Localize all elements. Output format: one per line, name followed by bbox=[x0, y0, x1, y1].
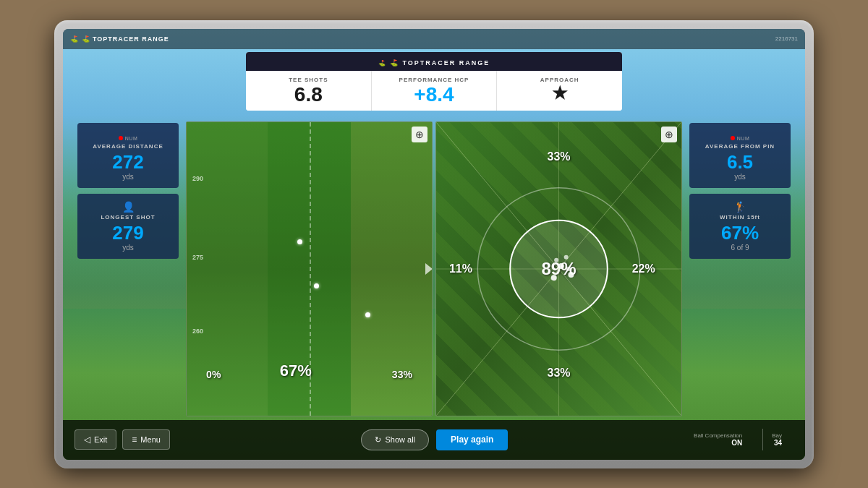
yardage-260: 260 bbox=[192, 328, 203, 335]
menu-button[interactable]: ≡ Menu bbox=[122, 429, 170, 450]
header-stat-tee-shots: TEE SHOTS 6.8 bbox=[246, 71, 372, 111]
within-15ft-card: 🏌 WITHIN 15ft 67% 6 of 9 bbox=[689, 194, 791, 259]
header-title: ⛳ TOPTRACER RANGE bbox=[378, 59, 490, 67]
exit-icon: ◁ bbox=[84, 435, 90, 445]
fairway-pct-0: 0% bbox=[206, 369, 221, 380]
play-again-label: Play again bbox=[451, 435, 493, 445]
fairway-zoom-button[interactable]: ⊕ bbox=[412, 127, 427, 142]
topbar-logo: ⛳ TOPTRACER RANGE bbox=[70, 35, 169, 43]
header-stats: TEE SHOTS 6.8 PERFORMANCE HCP +8.4 APPRO… bbox=[246, 71, 622, 111]
right-panel: NUM AVERAGE FROM PIN 6.5 yds 🏌 WITHIN 15… bbox=[689, 123, 791, 265]
ball-comp-label: Ball Compensation bbox=[694, 432, 742, 439]
hcp-label: PERFORMANCE HCP bbox=[376, 77, 493, 83]
svg-point-5 bbox=[510, 220, 608, 317]
svg-point-6 bbox=[558, 262, 564, 268]
approach-label: APPROACH bbox=[501, 77, 618, 83]
ball-comp-value: ON bbox=[731, 439, 742, 447]
approach-svg bbox=[436, 122, 681, 416]
bay-info: Bay 34 bbox=[772, 432, 782, 447]
avg-dist-badge: NUM bbox=[119, 136, 137, 141]
avg-pin-unit: yds bbox=[698, 173, 782, 181]
yardage-290: 290 bbox=[192, 175, 203, 182]
golfer-icon: 🏌 bbox=[698, 201, 782, 213]
show-all-button[interactable]: ↻ Show all bbox=[361, 429, 429, 450]
play-again-button[interactable]: Play again bbox=[436, 429, 508, 450]
tee-shots-label: TEE SHOTS bbox=[250, 77, 367, 83]
bottom-right: Ball Compensation ON Bay 34 bbox=[694, 429, 793, 450]
svg-point-9 bbox=[564, 254, 569, 259]
avg-dist-label: AVERAGE DISTANCE bbox=[86, 143, 170, 150]
fairway-left-zone bbox=[187, 122, 268, 416]
avg-pin-label: AVERAGE FROM PIN bbox=[698, 143, 782, 150]
header-panel: ⛳ TOPTRACER RANGE TEE SHOTS 6.8 PERFORMA… bbox=[246, 52, 622, 111]
header-stat-hcp: PERFORMANCE HCP +8.4 bbox=[372, 71, 498, 111]
approach-value: ★ bbox=[552, 83, 568, 103]
within-15ft-value: 67% bbox=[698, 223, 782, 242]
within-15ft-sub: 6 of 9 bbox=[698, 244, 782, 252]
session-id: 2216731 bbox=[775, 35, 798, 42]
exit-label: Exit bbox=[94, 435, 107, 444]
show-all-label: Show all bbox=[385, 435, 415, 444]
bottom-center: ↻ Show all Play again bbox=[176, 429, 694, 450]
avg-from-pin-card: NUM AVERAGE FROM PIN 6.5 yds bbox=[689, 123, 791, 188]
fairway-pct-67: 67% bbox=[280, 361, 312, 380]
longest-shot-unit: yds bbox=[86, 244, 170, 252]
person-icon: 👤 bbox=[86, 201, 170, 213]
bay-number: 34 bbox=[774, 439, 782, 447]
longest-shot-value: 279 bbox=[86, 223, 170, 242]
menu-icon: ≡ bbox=[132, 435, 137, 445]
svg-point-10 bbox=[554, 257, 558, 262]
avg-dist-value: 272 bbox=[86, 153, 170, 171]
left-panel: NUM AVERAGE DISTANCE 272 yds 👤 LONGEST S… bbox=[77, 123, 179, 265]
monitor-screen: ⛳ TOPTRACER RANGE 2216731 ⛳ TOPTRACER RA… bbox=[63, 29, 805, 460]
average-distance-card: NUM AVERAGE DISTANCE 272 yds bbox=[77, 123, 179, 188]
svg-point-11 bbox=[566, 267, 571, 271]
avg-pin-value: 6.5 bbox=[698, 153, 782, 171]
longest-shot-card: 👤 LONGEST SHOT 279 yds bbox=[77, 194, 179, 259]
avg-pin-badge: NUM bbox=[731, 136, 749, 141]
menu-label: Menu bbox=[140, 435, 161, 444]
avg-dist-unit: yds bbox=[86, 173, 170, 181]
bay-label: Bay bbox=[772, 432, 782, 439]
top-bar: ⛳ TOPTRACER RANGE 2216731 bbox=[63, 29, 805, 49]
approach-chart: 33% 11% 89% 22% 33% ⊕ bbox=[435, 121, 682, 416]
approach-zoom-button[interactable]: ⊕ bbox=[661, 127, 677, 142]
bottom-bar: ◁ Exit ≡ Menu ↻ Show all Play again Ball… bbox=[63, 420, 805, 460]
refresh-icon: ↻ bbox=[375, 435, 381, 445]
yardage-275: 275 bbox=[192, 254, 203, 261]
fairway-chart: 290 275 260 0% 67% 33% ⊕ bbox=[186, 121, 433, 416]
tee-shots-value: 6.8 bbox=[294, 83, 323, 106]
header-stat-approach: APPROACH ★ bbox=[497, 71, 622, 111]
header-title-bar: ⛳ TOPTRACER RANGE bbox=[246, 52, 622, 71]
shot-dot-1 bbox=[297, 239, 302, 244]
within-15ft-label: WITHIN 15ft bbox=[698, 214, 782, 221]
hcp-value: +8.4 bbox=[414, 83, 454, 106]
longest-shot-label: LONGEST SHOT bbox=[86, 214, 170, 221]
main-area: 290 275 260 0% 67% 33% ⊕ bbox=[186, 121, 682, 416]
exit-button[interactable]: ◁ Exit bbox=[75, 429, 116, 450]
fairway-arrow bbox=[425, 263, 433, 275]
monitor-outer: ⛳ TOPTRACER RANGE 2216731 ⛳ TOPTRACER RA… bbox=[54, 20, 814, 468]
bottom-divider bbox=[762, 429, 763, 450]
ball-compensation-info: Ball Compensation ON bbox=[694, 432, 742, 447]
svg-point-8 bbox=[551, 275, 557, 281]
fairway-pct-33-right: 33% bbox=[392, 369, 412, 380]
svg-point-7 bbox=[568, 272, 574, 278]
